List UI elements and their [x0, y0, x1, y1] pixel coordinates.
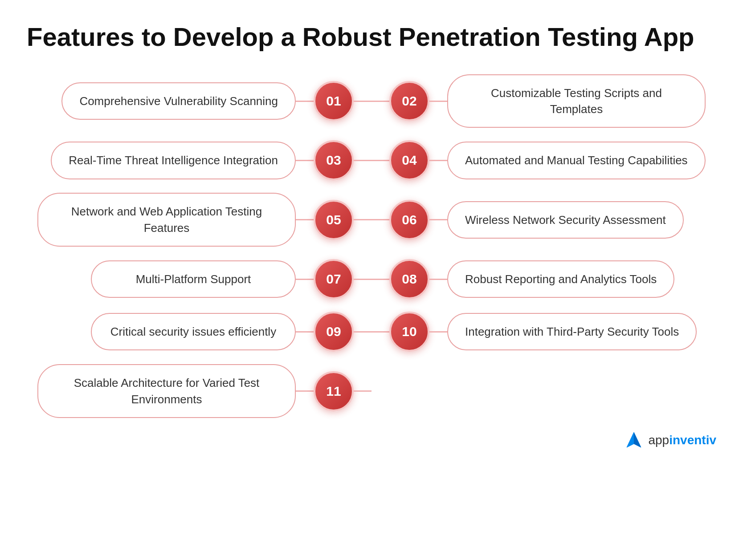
feature-row-1: Comprehensive Vulnerability Scanning0102…: [27, 74, 716, 128]
feature-pill: Scalable Architecture for Varied Test En…: [37, 364, 296, 418]
page-title: Features to Develop a Robust Penetration…: [27, 22, 716, 52]
feature-pill: Comprehensive Vulnerability Scanning: [61, 82, 296, 120]
connector-line-right: [354, 101, 372, 102]
connector-line-left: [372, 279, 389, 280]
connector-line-right: [354, 279, 372, 280]
feature-pill: Network and Web Application Testing Feat…: [37, 193, 296, 247]
feature-row-3: Network and Web Application Testing Feat…: [27, 193, 716, 247]
feature-pill: Automated and Manual Testing Capabilitie…: [447, 142, 706, 179]
number-badge: 11: [314, 371, 354, 411]
number-badge: 10: [389, 312, 429, 352]
connector-line-left: [296, 279, 314, 280]
connector-line-right: [354, 331, 372, 333]
number-badge: 07: [314, 259, 354, 299]
connector-line-right: [354, 390, 372, 392]
logo-icon: [624, 430, 644, 450]
connector-line-left: [296, 219, 314, 220]
feature-row-2: Real-Time Threat Intelligence Integratio…: [27, 140, 716, 180]
connector-line-left: [372, 219, 389, 220]
connector-line-right: [354, 160, 372, 161]
connector-line-right: [429, 331, 447, 333]
feature-row-single: Scalable Architecture for Varied Test En…: [27, 364, 716, 418]
connector-line-left: [296, 390, 314, 392]
number-badge: 08: [389, 259, 429, 299]
features-grid: Comprehensive Vulnerability Scanning0102…: [27, 74, 716, 418]
feature-row-5: Critical security issues efficiently0910…: [27, 312, 716, 352]
number-badge: 04: [389, 140, 429, 180]
feature-pill: Multi-Platform Support: [91, 260, 296, 298]
number-badge: 02: [389, 81, 429, 121]
connector-line-left: [372, 160, 389, 161]
connector-line-right: [429, 279, 447, 280]
feature-row-4: Multi-Platform Support0708Robust Reporti…: [27, 259, 716, 299]
connector-line-left: [372, 331, 389, 333]
logo-area: appinventiv: [27, 430, 716, 450]
feature-pill: Customizable Testing Scripts and Templat…: [447, 74, 706, 128]
connector-line-left: [372, 101, 389, 102]
connector-line-right: [429, 101, 447, 102]
number-badge: 03: [314, 140, 354, 180]
number-badge: 01: [314, 81, 354, 121]
connector-line-right: [429, 160, 447, 161]
connector-line-left: [296, 101, 314, 102]
feature-pill: Robust Reporting and Analytics Tools: [447, 260, 674, 298]
connector-line-left: [296, 160, 314, 161]
feature-pill: Integration with Third-Party Security To…: [447, 313, 697, 350]
connector-line-right: [354, 219, 372, 220]
connector-line-left: [296, 331, 314, 333]
number-badge: 06: [389, 200, 429, 240]
number-badge: 09: [314, 312, 354, 352]
connector-line-right: [429, 219, 447, 220]
number-badge: 05: [314, 200, 354, 240]
feature-pill: Wireless Network Security Assessment: [447, 201, 684, 239]
feature-pill: Critical security issues efficiently: [91, 313, 296, 350]
feature-pill: Real-Time Threat Intelligence Integratio…: [51, 142, 296, 179]
logo-text: appinventiv: [648, 433, 716, 447]
